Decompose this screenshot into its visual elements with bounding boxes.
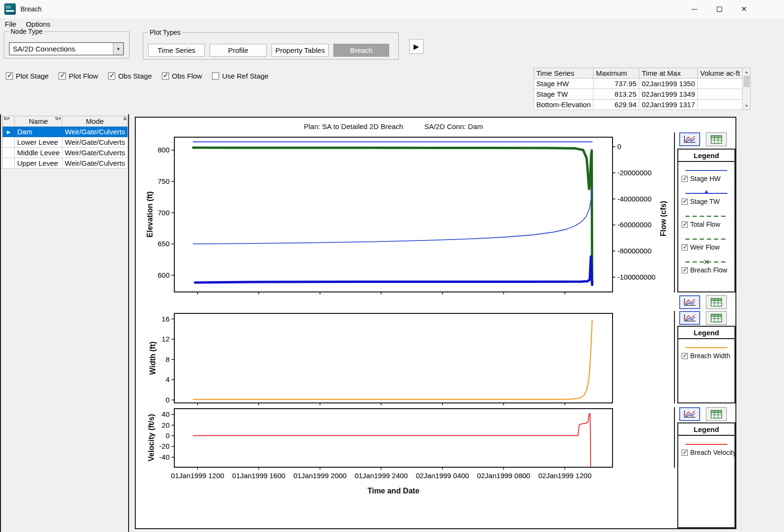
legend-label: Breach Flow bbox=[690, 266, 727, 274]
column-menu-icon[interactable]: ≣ bbox=[123, 117, 126, 121]
scroll-down-icon[interactable]: ▼ bbox=[743, 102, 750, 110]
plot-view-button[interactable] bbox=[679, 295, 700, 309]
legend-item-breach-width: Breach Width bbox=[678, 344, 734, 360]
svg-text:-40: -40 bbox=[159, 453, 170, 461]
legend-checkbox-total-flow[interactable] bbox=[682, 221, 688, 228]
legend-line-sample bbox=[684, 190, 728, 196]
panel-divider-line bbox=[128, 114, 129, 532]
node-name-cell[interactable]: Upper Levee bbox=[15, 158, 62, 169]
minimize-button[interactable] bbox=[682, 0, 707, 18]
sort-delete-icon[interactable]: ⇅✕ bbox=[3, 117, 10, 121]
node-row-dam[interactable]: ▸DamWeir/Gate/Culverts bbox=[3, 127, 128, 137]
checkbox-icon[interactable] bbox=[6, 72, 13, 80]
plot-icon bbox=[683, 410, 697, 419]
plot-view-button[interactable] bbox=[679, 407, 700, 421]
window-title: Breach bbox=[20, 5, 41, 13]
table-view-button[interactable] bbox=[706, 311, 727, 325]
option-plot-stage[interactable]: Plot Stage bbox=[6, 72, 49, 80]
legend-checkbox-stage-hw[interactable] bbox=[682, 176, 688, 182]
node-type-group: Node Type SA/2D Connections ▼ bbox=[4, 31, 130, 59]
plot-title-plan: Plan: SA to Detailed 2D Breach bbox=[304, 122, 403, 130]
node-mode-cell[interactable]: Weir/Gate/Culverts bbox=[62, 158, 128, 169]
checkbox-icon[interactable] bbox=[212, 72, 219, 80]
option-obs-stage[interactable]: Obs Stage bbox=[108, 72, 152, 80]
node-mode-cell[interactable]: Weir/Gate/Culverts bbox=[62, 137, 128, 148]
svg-text:600: 600 bbox=[158, 271, 170, 279]
summary-cell-volume bbox=[698, 79, 743, 89]
chevron-down-icon[interactable]: ▼ bbox=[113, 43, 123, 55]
summary-scrollbar[interactable]: ▲ ▼ bbox=[743, 68, 751, 110]
svg-text:800: 800 bbox=[158, 146, 170, 154]
property-tables-button[interactable]: Property Tables bbox=[271, 44, 329, 57]
row-selector[interactable]: ▸ bbox=[3, 127, 15, 137]
legend-checkbox-breach-width[interactable] bbox=[682, 353, 688, 359]
plot-view-button[interactable] bbox=[679, 311, 700, 325]
series-total-flow bbox=[193, 148, 593, 285]
breach-button[interactable]: Breach bbox=[333, 44, 389, 57]
row-selector[interactable] bbox=[3, 137, 15, 148]
time-series-button[interactable]: Time Series bbox=[148, 44, 205, 57]
table-view-button[interactable] bbox=[706, 407, 727, 421]
node-name-cell[interactable]: Lower Levee bbox=[15, 137, 62, 148]
option-plot-flow[interactable]: Plot Flow bbox=[59, 72, 98, 80]
breach-window: Breach ✕ File Options Node Type SA/2D Co… bbox=[0, 0, 784, 532]
checkbox-icon[interactable] bbox=[108, 72, 115, 80]
row-selector[interactable] bbox=[3, 158, 15, 169]
row-selector[interactable] bbox=[3, 148, 15, 158]
legend-label: Stage HW bbox=[690, 175, 721, 182]
legend-item-breach-flow: Breach Flow bbox=[678, 258, 734, 274]
summary-cell-series: Bottom-Elevation bbox=[534, 100, 593, 110]
node-type-group-label: Node Type bbox=[9, 28, 44, 35]
summary-cell-maximum: 629.94 bbox=[593, 100, 639, 110]
close-button[interactable]: ✕ bbox=[732, 0, 756, 18]
legend-checkbox-breach-velocity[interactable] bbox=[682, 450, 688, 456]
maximize-button[interactable] bbox=[707, 0, 732, 18]
summary-table-wrap: Time SeriesMaximumTime at MaxVolume ac-f… bbox=[533, 68, 751, 110]
legend-checkbox-stage-tw[interactable] bbox=[682, 199, 688, 205]
velocity-axis-label: Velocity (ft/s) bbox=[147, 414, 156, 462]
node-name-cell[interactable]: Dam bbox=[15, 127, 62, 137]
profile-button[interactable]: Profile bbox=[210, 44, 267, 57]
node-row-lower-levee[interactable]: Lower LeveeWeir/Gate/Culverts bbox=[3, 137, 128, 148]
legend-checkbox-weir-flow[interactable] bbox=[682, 244, 688, 251]
node-row-upper-levee[interactable]: Upper LeveeWeir/Gate/Culverts bbox=[3, 158, 128, 169]
mode-column-header[interactable]: Mode≣ bbox=[62, 116, 128, 127]
node-mode-cell[interactable]: Weir/Gate/Culverts bbox=[62, 127, 128, 137]
scroll-up-icon[interactable]: ▲ bbox=[743, 68, 750, 76]
name-column-header[interactable]: Name⇅✕ bbox=[15, 116, 62, 127]
node-row-middle-levee[interactable]: Middle LeveeWeir/Gate/Culverts bbox=[3, 148, 128, 158]
node-table: ⇅✕Name⇅✕Mode≣▸DamWeir/Gate/CulvertsLower… bbox=[2, 116, 128, 169]
summary-cell-volume bbox=[698, 89, 743, 100]
node-type-selected-value: SA/2D Connections bbox=[10, 45, 113, 53]
checkbox-icon[interactable] bbox=[162, 72, 169, 80]
animate-button[interactable]: ▶ bbox=[409, 39, 423, 54]
checkbox-icon[interactable] bbox=[59, 72, 66, 80]
option-use-ref-stage[interactable]: Use Ref Stage bbox=[212, 72, 269, 80]
series-breach-velocity bbox=[193, 413, 591, 466]
checkbox-label: Plot Flow bbox=[69, 72, 98, 80]
node-mode-cell[interactable]: Weir/Gate/Culverts bbox=[62, 148, 128, 158]
node-table-corner[interactable]: ⇅✕ bbox=[3, 116, 15, 127]
plot-view-button[interactable] bbox=[679, 132, 700, 146]
svg-text:12: 12 bbox=[161, 335, 170, 343]
stage-flow-chart[interactable]: 6006507007508000-20000000-40000000-60000… bbox=[174, 137, 613, 292]
option-obs-flow[interactable]: Obs Flow bbox=[162, 72, 202, 80]
breach-width-chart[interactable]: 0481216 bbox=[174, 313, 613, 403]
breach-velocity-chart[interactable]: 40200-20-4001Jan1999 120001Jan1999 16000… bbox=[174, 408, 613, 468]
scrollbar-thumb[interactable] bbox=[744, 76, 750, 87]
sort-delete-icon[interactable]: ⇅✕ bbox=[55, 117, 61, 121]
svg-text:-100000000: -100000000 bbox=[617, 273, 655, 281]
table-view-button[interactable] bbox=[706, 295, 727, 309]
summary-cell-maximum: 737.95 bbox=[593, 79, 639, 89]
legend-items: Breach Velocity bbox=[678, 436, 734, 456]
table-view-button[interactable] bbox=[706, 132, 727, 146]
node-name-cell[interactable]: Middle Levee bbox=[15, 148, 62, 158]
legend-item-stage-hw: Stage HW bbox=[678, 167, 734, 182]
legend-checkbox-breach-flow[interactable] bbox=[682, 267, 688, 273]
legend-items: Stage HWStage TWTotal FlowWeir FlowBreac… bbox=[678, 162, 734, 274]
svg-text:02Jan1999 0400: 02Jan1999 0400 bbox=[416, 472, 469, 480]
play-icon: ▶ bbox=[413, 42, 419, 51]
svg-text:20: 20 bbox=[161, 421, 170, 429]
checkbox-label: Obs Stage bbox=[118, 72, 152, 80]
node-type-select[interactable]: SA/2D Connections ▼ bbox=[9, 42, 124, 55]
